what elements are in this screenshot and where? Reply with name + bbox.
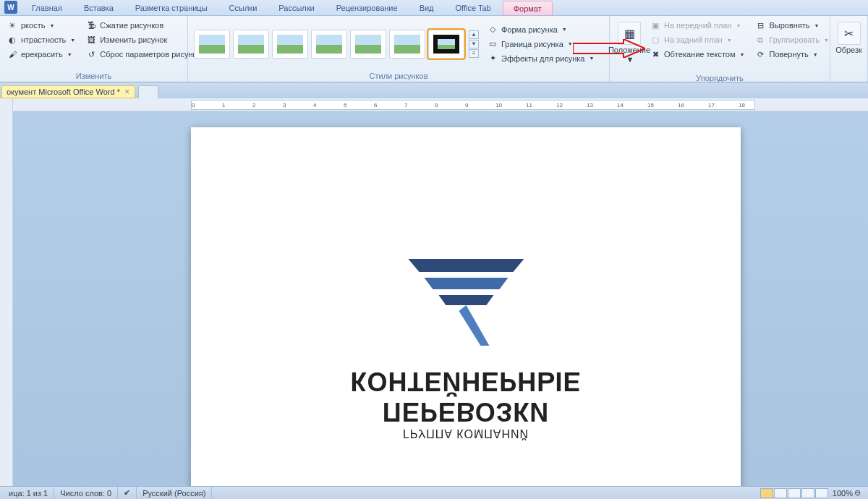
- brightness-button[interactable]: ☀ркость▼: [4, 19, 77, 32]
- align-button[interactable]: ⊟Выровнять▼: [752, 19, 830, 32]
- status-spellcheck[interactable]: ✔: [118, 487, 137, 499]
- svg-marker-0: [573, 39, 645, 58]
- effects-icon: ✦: [487, 53, 498, 64]
- view-print-layout[interactable]: [760, 488, 773, 498]
- recolor-icon: 🖌: [7, 48, 18, 60]
- crop-icon: ✂: [838, 22, 861, 45]
- tab-bar: W Главная Вставка Разметка страницы Ссыл…: [0, 0, 868, 16]
- contrast-icon: ◐: [7, 34, 18, 46]
- style-thumb-1[interactable]: [194, 30, 230, 59]
- brightness-icon: ☀: [7, 20, 18, 31]
- reset-picture-button[interactable]: ↺Сброс параметров рисунка: [83, 48, 203, 61]
- bring-front-button[interactable]: ▣На передний план▼: [647, 19, 746, 32]
- zoom-out-button[interactable]: ⊖: [854, 488, 861, 498]
- vertical-ruler[interactable]: [0, 98, 13, 486]
- spellcheck-icon: ✔: [124, 488, 130, 498]
- tab-view[interactable]: Вид: [409, 1, 444, 15]
- tab-references[interactable]: Ссылки: [219, 1, 268, 15]
- rotate-icon: ⟳: [754, 48, 766, 60]
- svg-marker-4: [459, 305, 489, 346]
- style-thumb-5[interactable]: [350, 30, 386, 59]
- text-wrap-icon: ✖: [650, 48, 661, 60]
- annotation-arrow: [573, 39, 645, 58]
- status-language[interactable]: Русский (Россия): [137, 487, 212, 499]
- view-outline[interactable]: [801, 488, 814, 498]
- new-tab-button[interactable]: [138, 85, 158, 98]
- group-label-styles: Стили рисунков: [188, 72, 609, 82]
- tab-mailings[interactable]: Рассылки: [268, 1, 324, 15]
- rotate-button[interactable]: ⟳Повернуть▼: [752, 48, 830, 61]
- logo-graphic: [393, 259, 538, 353]
- close-tab-icon[interactable]: ✕: [124, 88, 130, 95]
- logo-line1: ГРУППА КОМПАНИЙ: [350, 427, 581, 440]
- group-label-arrange: Упорядочить: [610, 74, 830, 84]
- view-full-screen[interactable]: [774, 488, 787, 498]
- style-thumb-3[interactable]: [272, 30, 308, 59]
- word-icon: W: [4, 1, 17, 14]
- shape-icon: ◇: [487, 24, 498, 35]
- tab-page-layout[interactable]: Разметка страницы: [125, 1, 218, 15]
- tab-insert[interactable]: Вставка: [74, 1, 124, 15]
- style-thumb-4[interactable]: [311, 30, 347, 59]
- tab-officetab[interactable]: Office Tab: [446, 1, 501, 15]
- logo-line3: КОНТЕЙНЕРНЫЕ: [350, 366, 581, 396]
- status-bar: ица: 1 из 1 Число слов: 0 ✔ Русский (Рос…: [0, 486, 868, 499]
- svg-marker-3: [438, 295, 493, 305]
- change-picture-icon: 🖼: [85, 34, 97, 46]
- compress-icon: 🗜: [85, 20, 97, 31]
- style-thumb-6[interactable]: [389, 30, 425, 59]
- horizontal-ruler[interactable]: 0123456789101112131415161718: [13, 98, 868, 111]
- document-page[interactable]: ГРУППА КОМПАНИЙ ПЕРЕВОЗКИ КОНТЕЙНЕРНЫЕ: [191, 127, 741, 486]
- send-back-button[interactable]: ▢На задний план▼: [647, 33, 746, 46]
- contrast-button[interactable]: ◐нтрастность▼: [4, 33, 77, 46]
- group-label-crop: [830, 80, 867, 82]
- bring-front-icon: ▣: [650, 20, 661, 31]
- svg-marker-1: [408, 259, 524, 272]
- view-web[interactable]: [788, 488, 801, 498]
- status-page[interactable]: ица: 1 из 1: [3, 487, 54, 499]
- recolor-button[interactable]: 🖌ерекрасить▼: [4, 48, 77, 61]
- group-label-adjust: Изменить: [0, 72, 187, 82]
- group-button[interactable]: ⧉Группировать▼: [752, 33, 830, 46]
- reset-picture-icon: ↺: [85, 48, 97, 60]
- logo-line2: ПЕРЕВОЗКИ: [350, 396, 581, 427]
- style-thumb-7[interactable]: [428, 30, 464, 59]
- zoom-level[interactable]: 100%: [833, 489, 853, 498]
- document-tab-label: окумент Microsoft Office Word *: [7, 88, 120, 96]
- picture-shape-button[interactable]: ◇Форма рисунка▼: [485, 23, 596, 36]
- svg-marker-2: [424, 278, 508, 289]
- view-draft[interactable]: [815, 488, 828, 498]
- inserted-picture[interactable]: ГРУППА КОМПАНИЙ ПЕРЕВОЗКИ КОНТЕЙНЕРНЫЕ: [350, 257, 581, 440]
- style-thumb-2[interactable]: [233, 30, 269, 59]
- tab-format[interactable]: Формат: [503, 1, 553, 15]
- style-gallery-expand[interactable]: ▲▼≡: [469, 30, 479, 58]
- border-icon: ▭: [487, 38, 498, 50]
- group-icon: ⧉: [754, 34, 766, 46]
- status-word-count[interactable]: Число слов: 0: [54, 487, 118, 499]
- text-wrap-button[interactable]: ✖Обтекание текстом▼: [647, 48, 746, 61]
- compress-button[interactable]: 🗜Сжатие рисунков: [83, 19, 203, 32]
- tab-review[interactable]: Рецензирование: [326, 1, 408, 15]
- workspace: 0123456789101112131415161718 ГРУППА КОМП…: [0, 98, 868, 486]
- align-icon: ⊟: [754, 20, 766, 31]
- crop-button[interactable]: ✂ Обрезк: [835, 19, 863, 71]
- view-mode-buttons: [760, 488, 828, 498]
- ribbon: ☀ркость▼ ◐нтрастность▼ 🖌ерекрасить▼ 🗜Сжа…: [0, 16, 868, 82]
- change-picture-button[interactable]: 🖼Изменить рисунок: [83, 33, 203, 46]
- document-tab-strip: окумент Microsoft Office Word * ✕: [0, 82, 868, 98]
- tab-home[interactable]: Главная: [22, 1, 72, 15]
- document-tab[interactable]: окумент Microsoft Office Word * ✕: [1, 85, 135, 98]
- send-back-icon: ▢: [650, 34, 661, 46]
